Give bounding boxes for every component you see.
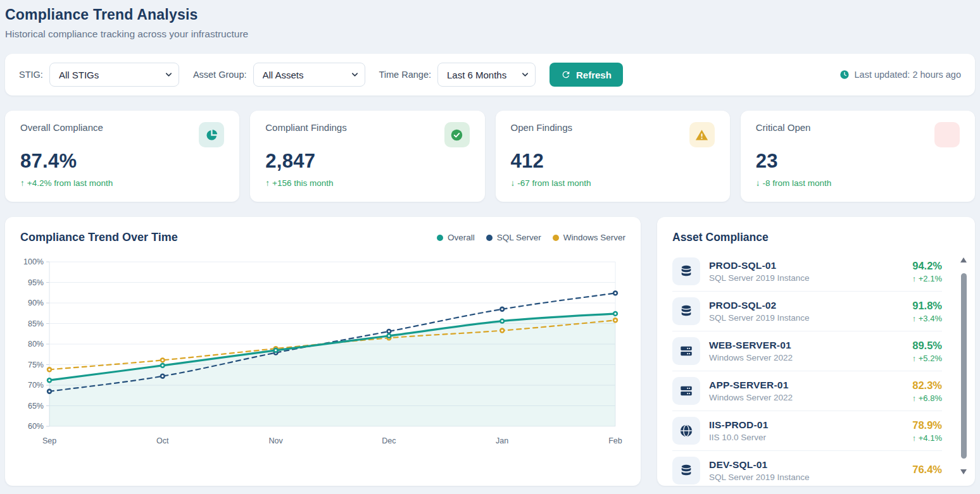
asset-description: IIS 10.0 Server [709, 433, 903, 442]
asset-name: PROD-SQL-02 [709, 300, 903, 311]
asset-row-prod-sql-01[interactable]: PROD-SQL-01 SQL Server 2019 Instance 94.… [672, 252, 942, 292]
globe-icon [672, 417, 700, 445]
last-updated-text: Last updated: 2 hours ago [855, 70, 962, 80]
stig-select[interactable]: All STIGs [49, 63, 179, 87]
server-icon [672, 377, 700, 405]
scrollbar-thumb[interactable] [961, 273, 967, 459]
asset-name: APP-SERVER-01 [709, 380, 903, 391]
stat-trend: ↓ -67 from last month [511, 178, 715, 188]
stat-card-open-findings: Open Findings 412 ↓ -67 from last month [496, 111, 730, 202]
stat-trend-text: -67 from last month [517, 178, 591, 188]
trend-up-icon: ↑ [912, 393, 917, 403]
trend-up-icon: ↑ [912, 314, 917, 323]
asset-compliance-value: 78.9% [912, 419, 942, 431]
asset-trend: ↑ +4.1% [912, 433, 942, 443]
asset-name: DEV-SQL-01 [709, 459, 903, 471]
stat-card-compliant-findings: Compliant Findings 2,847 ↑ +156 this mon… [250, 111, 484, 202]
asset-metrics: 89.5% ↑ +5.2% [912, 340, 942, 363]
filter-bar: STIG: All STIGs Asset Group: All Assets … [5, 54, 975, 96]
legend-dot [553, 235, 559, 241]
trend-down-icon: ↓ [756, 178, 760, 188]
svg-text:Sep: Sep [42, 436, 56, 445]
asset-metrics: 76.4% [912, 464, 942, 478]
compliance-trend-line-chart: 100%95%90%85%80%75%70%65%60%SepOctNovDec… [20, 254, 625, 452]
asset-compliance-value: 76.4% [912, 464, 942, 476]
legend-dot [437, 235, 443, 241]
trend-up-icon: ↑ [912, 274, 917, 283]
svg-text:95%: 95% [28, 278, 44, 287]
legend-item-sql-server[interactable]: SQL Server [486, 233, 541, 242]
asset-description: Windows Server 2022 [709, 353, 903, 362]
stig-filter-label: STIG: [19, 70, 43, 80]
asset-list: PROD-SQL-01 SQL Server 2019 Instance 94.… [672, 252, 942, 486]
svg-text:100%: 100% [23, 257, 44, 266]
asset-info: WEB-SERVER-01 Windows Server 2022 [709, 340, 903, 362]
svg-text:85%: 85% [28, 319, 44, 328]
pie-chart-icon [199, 122, 224, 147]
trend-down-icon: ↓ [511, 178, 515, 188]
stig-filter-group: STIG: All STIGs [19, 63, 179, 87]
asset-description: SQL Server 2019 Instance [709, 472, 903, 482]
asset-trend-text: +2.1% [919, 274, 942, 283]
stat-value: 412 [511, 150, 715, 173]
asset-metrics: 94.2% ↑ +2.1% [912, 260, 942, 283]
asset-trend: ↑ +6.8% [912, 393, 942, 403]
warning-triangle-icon [689, 122, 715, 147]
asset-info: PROD-SQL-01 SQL Server 2019 Instance [709, 260, 903, 283]
refresh-button-label: Refresh [576, 70, 612, 80]
trend-up-icon: ↑ [265, 178, 270, 188]
stat-label: Open Findings [511, 122, 573, 133]
scrollbar-up-arrow-icon[interactable] [960, 257, 967, 262]
asset-compliance-value: 82.3% [912, 380, 942, 392]
svg-text:65%: 65% [28, 402, 44, 411]
svg-text:60%: 60% [28, 422, 44, 431]
asset-trend-text: +4.1% [919, 433, 942, 443]
stat-trend: ↓ -8 from last month [756, 178, 960, 188]
asset-row-dev-sql-01[interactable]: DEV-SQL-01 SQL Server 2019 Instance 76.4… [672, 451, 942, 486]
time-range-select[interactable]: Last 6 Months [437, 63, 536, 87]
svg-text:Oct: Oct [156, 436, 169, 445]
compliance-trend-chart-card: Compliance Trend Over Time OverallSQL Se… [5, 217, 641, 486]
stat-value: 87.4% [20, 150, 224, 173]
stats-row: Overall Compliance 87.4% ↑ +4.2% from la… [5, 111, 975, 202]
database-icon [672, 457, 700, 485]
scrollbar-down-arrow-icon[interactable] [960, 469, 967, 474]
asset-description: SQL Server 2019 Instance [709, 313, 903, 323]
legend-item-windows-server[interactable]: Windows Server [553, 233, 625, 242]
asset-metrics: 82.3% ↑ +6.8% [912, 380, 942, 403]
trend-up-icon: ↑ [20, 178, 25, 188]
time-range-filter-label: Time Range: [379, 70, 431, 80]
asset-row-iis-prod-01[interactable]: IIS-PROD-01 IIS 10.0 Server 78.9% ↑ +4.1… [672, 411, 942, 451]
asset-row-prod-sql-02[interactable]: PROD-SQL-02 SQL Server 2019 Instance 91.… [672, 292, 942, 331]
main-content: Compliance Trend Over Time OverallSQL Se… [5, 217, 975, 486]
svg-text:90%: 90% [28, 299, 44, 307]
asset-name: IIS-PROD-01 [709, 419, 903, 431]
svg-text:Feb: Feb [608, 436, 622, 445]
page-title: Compliance Trend Analysis [5, 6, 975, 23]
asset-name: WEB-SERVER-01 [709, 340, 903, 351]
asset-group-select[interactable]: All Assets [253, 63, 365, 87]
asset-row-app-server-01[interactable]: APP-SERVER-01 Windows Server 2022 82.3% … [672, 371, 942, 411]
asset-description: SQL Server 2019 Instance [709, 273, 903, 283]
asset-row-web-server-01[interactable]: WEB-SERVER-01 Windows Server 2022 89.5% … [672, 331, 942, 371]
last-updated: Last updated: 2 hours ago [839, 70, 962, 80]
trend-up-icon: ↑ [912, 433, 917, 443]
chart-header: Compliance Trend Over Time OverallSQL Se… [20, 231, 625, 244]
time-range-filter-group: Time Range: Last 6 Months [379, 63, 536, 87]
page-subtitle: Historical compliance tracking across yo… [5, 28, 975, 40]
critical-icon [934, 122, 960, 147]
refresh-button[interactable]: Refresh [550, 63, 623, 87]
legend-item-overall[interactable]: Overall [437, 233, 475, 242]
stat-value: 2,847 [265, 150, 469, 173]
database-icon [672, 297, 700, 325]
asset-trend: ↑ +5.2% [912, 354, 942, 363]
legend-dot [486, 235, 493, 241]
asset-trend-text: +6.8% [919, 393, 942, 403]
server-icon [672, 337, 700, 365]
asset-group-filter-group: Asset Group: All Assets [193, 63, 365, 87]
asset-trend: ↑ +2.1% [912, 274, 942, 283]
stat-trend: ↑ +156 this month [265, 178, 469, 188]
asset-metrics: 91.8% ↑ +3.4% [912, 300, 942, 323]
chart-title: Compliance Trend Over Time [20, 231, 178, 244]
svg-text:75%: 75% [28, 361, 44, 369]
